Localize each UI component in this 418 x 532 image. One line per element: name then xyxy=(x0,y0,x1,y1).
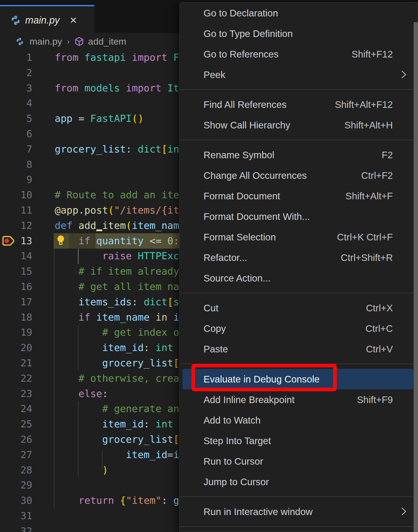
line-number: 16 xyxy=(0,279,32,294)
line-number: 25 xyxy=(0,416,32,432)
line-number: 7 xyxy=(0,142,32,157)
vscode-window: main.py ✕ main.py › add_item 1from fasta… xyxy=(0,0,418,532)
menu-item-find-all-references[interactable]: Find All ReferencesShift+Alt+F12 xyxy=(180,94,418,115)
line-number: 12 xyxy=(0,218,32,233)
menu-item-copy[interactable]: CopyCtrl+C xyxy=(180,318,418,339)
menu-item-label: Copy xyxy=(204,323,226,334)
breakpoint-hit-icon[interactable] xyxy=(2,235,14,247)
menu-item-label: Rename Symbol xyxy=(204,149,274,160)
menu-item-step-into-target[interactable]: Step Into Target xyxy=(180,430,418,451)
menu-item-label: Cut xyxy=(204,303,218,314)
python-icon xyxy=(16,37,24,46)
menu-item-run-in-interactive-window[interactable]: Run in Interactive window xyxy=(180,501,418,522)
menu-item-label: Source Action... xyxy=(204,273,271,284)
line-number: 32 xyxy=(0,524,32,532)
menu-item-shortcut: Ctrl+X xyxy=(366,303,393,314)
menu-item-add-inline-breakpoint[interactable]: Add Inline BreakpointShift+F9 xyxy=(180,389,418,410)
line-number: 23 xyxy=(0,386,32,401)
menu-item-label: Jump to Cursor xyxy=(204,476,269,487)
code-text: else: xyxy=(55,386,108,401)
line-number: 8 xyxy=(0,157,32,172)
symbol-cube-icon xyxy=(74,36,84,47)
menu-item-label: Change All Occurrences xyxy=(204,170,307,181)
indent-guide xyxy=(54,249,54,508)
line-number: 22 xyxy=(0,371,32,386)
line-number: 29 xyxy=(0,478,32,493)
menu-item-go-to-type-definition[interactable]: Go to Type Definition xyxy=(180,23,418,44)
line-number: 30 xyxy=(0,493,32,508)
menu-separator xyxy=(180,492,418,501)
menu-item-label: Paste xyxy=(204,344,228,355)
menu-item-shortcut: Shift+Alt+F12 xyxy=(335,99,393,110)
lightbulb-icon[interactable] xyxy=(57,235,65,247)
chevron-right-icon: › xyxy=(67,37,70,46)
line-number: 4 xyxy=(0,96,32,111)
line-number: 10 xyxy=(0,187,32,203)
menu-item-go-to-declaration[interactable]: Go to Declaration xyxy=(180,3,418,23)
menu-item-shortcut: Shift+Alt+F xyxy=(346,191,393,202)
menu-item-shortcut: F2 xyxy=(382,149,393,160)
menu-item-label: Go to Type Definition xyxy=(204,28,293,39)
line-number: 15 xyxy=(0,264,32,279)
line-number: 3 xyxy=(0,80,32,96)
menu-item-cut[interactable]: CutCtrl+X xyxy=(180,298,418,318)
menu-item-label: Peek xyxy=(204,69,225,80)
occurrence-highlight-edge xyxy=(96,229,102,231)
tab-main-py[interactable]: main.py ✕ xyxy=(0,5,94,34)
breadcrumb-symbol[interactable]: add_item xyxy=(88,36,126,47)
menu-separator xyxy=(180,522,418,531)
menu-item-refactor[interactable]: Refactor...Ctrl+Shift+R xyxy=(180,247,418,268)
menu-item-add-to-watch[interactable]: Add to Watch xyxy=(180,410,418,430)
code-text: from models import Item xyxy=(55,80,191,96)
line-number: 9 xyxy=(0,172,32,187)
line-number: 17 xyxy=(0,294,32,310)
menu-item-paste[interactable]: PasteCtrl+V xyxy=(180,339,418,359)
menu-item-label: Add Inline Breakpoint xyxy=(204,394,295,405)
line-number: 28 xyxy=(0,462,32,478)
line-number: 21 xyxy=(0,355,32,371)
code-text: if quantity <= 0: xyxy=(55,233,179,249)
menu-item-show-call-hierarchy[interactable]: Show Call HierarchyShift+Alt+H xyxy=(180,115,418,135)
menu-item-label: Format Document With... xyxy=(204,211,310,222)
menu-scrollbar[interactable] xyxy=(414,22,418,532)
line-number: 11 xyxy=(0,203,32,218)
breadcrumb-file[interactable]: main.py xyxy=(30,36,62,47)
submenu-chevron-icon xyxy=(401,70,407,79)
menu-item-shortcut: Ctrl+K Ctrl+F xyxy=(337,232,393,243)
menu-item-format-document[interactable]: Format DocumentShift+Alt+F xyxy=(180,186,418,206)
line-number: 26 xyxy=(0,432,32,447)
menu-item-format-document-with[interactable]: Format Document With... xyxy=(180,206,418,227)
annotation-highlight-box xyxy=(191,364,337,391)
line-number: 6 xyxy=(0,126,32,142)
menu-item-label: Find All References xyxy=(204,99,286,110)
menu-separator xyxy=(180,85,418,94)
menu-item-peek[interactable]: Peek xyxy=(180,64,418,85)
menu-item-label: Refactor... xyxy=(204,252,247,263)
menu-item-rename-symbol[interactable]: Rename SymbolF2 xyxy=(180,145,418,165)
code-text: ) xyxy=(55,462,108,478)
menu-item-run-to-cursor[interactable]: Run to Cursor xyxy=(180,451,418,471)
menu-item-shortcut: Shift+F12 xyxy=(352,49,393,60)
context-menu: Go to DeclarationGo to Type DefinitionGo… xyxy=(179,2,418,532)
menu-item-source-action[interactable]: Source Action... xyxy=(180,268,418,288)
breadcrumb: main.py › add_item xyxy=(0,33,179,50)
code-text: app = FastAPI() xyxy=(55,111,144,126)
line-number: 27 xyxy=(0,447,32,462)
python-icon xyxy=(10,15,21,25)
submenu-chevron-icon xyxy=(401,507,407,516)
menu-item-label: Show Call Hierarchy xyxy=(204,120,290,131)
line-number: 24 xyxy=(0,401,32,416)
menu-item-label: Step Into Target xyxy=(204,435,271,446)
line-number: 5 xyxy=(0,111,32,126)
line-number: 2 xyxy=(0,65,32,80)
menu-item-jump-to-cursor[interactable]: Jump to Cursor xyxy=(180,471,418,492)
menu-item-label: Go to References xyxy=(204,49,278,60)
menu-item-change-all-occurrences[interactable]: Change All OccurrencesCtrl+F2 xyxy=(180,165,418,186)
close-icon[interactable]: ✕ xyxy=(69,16,77,25)
line-number: 19 xyxy=(0,325,32,340)
menu-item-format-selection[interactable]: Format SelectionCtrl+K Ctrl+F xyxy=(180,227,418,247)
menu-item-shortcut: Shift+Alt+H xyxy=(344,120,393,131)
menu-item-go-to-references[interactable]: Go to ReferencesShift+F12 xyxy=(180,44,418,64)
menu-item-label: Format Document xyxy=(204,191,280,202)
menu-item-shortcut: Ctrl+V xyxy=(366,344,393,355)
